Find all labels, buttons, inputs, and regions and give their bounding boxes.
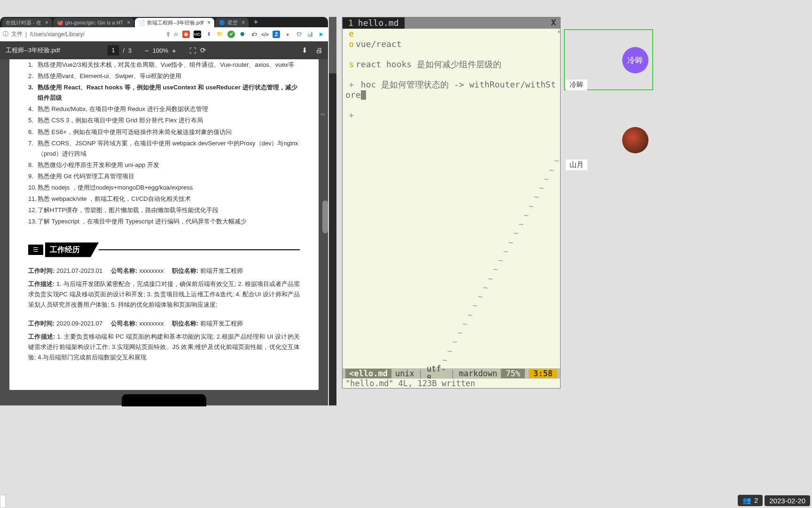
fit-page-icon[interactable]: ⛶ xyxy=(189,47,196,55)
pdf-icon: 📄 xyxy=(139,20,145,26)
work-period: 2020.09-2021.07 xyxy=(56,320,102,327)
resize-handle-icon[interactable]: ⇔ xyxy=(320,111,325,118)
tab-bar: 在线计时器 - 在× 🐙gin-gonic/gin: Gin is a HT× … xyxy=(0,17,328,27)
close-icon[interactable]: × xyxy=(242,19,245,26)
zoom-in-button[interactable]: + xyxy=(172,47,176,55)
print-icon[interactable]: 🖨 xyxy=(315,46,322,55)
code-line: vue/react xyxy=(356,39,402,49)
participant-name: 山月 xyxy=(566,159,587,170)
label-position: 职位名称: xyxy=(172,320,198,327)
status-filetype: markdown xyxy=(459,369,497,378)
work-desc-text: 1. 与后端开发团队紧密配合，完成接口对接，确保前后端有效交互; 2. 根据项目… xyxy=(28,280,300,308)
page-indicator xyxy=(122,394,206,405)
label-desc: 工作描述: xyxy=(28,333,55,340)
scrollbar-thumb[interactable] xyxy=(329,17,336,73)
work-experience-2: 工作时间: 2020.09-2021.07 公司名称: xxxxxxxx 职位名… xyxy=(28,318,300,363)
gutter: s xyxy=(345,49,354,69)
status-filename: <ello.md xyxy=(345,369,391,378)
ext-icon-g[interactable]: ✔ xyxy=(227,31,235,38)
participant-card[interactable]: 山月 xyxy=(564,109,653,170)
people-count-badge[interactable]: 👥 2 xyxy=(738,495,763,506)
ext-icon-tag[interactable]: 🏷 xyxy=(250,31,258,38)
editor-tab[interactable]: 1 hello.md xyxy=(343,17,405,29)
ext-icon-more[interactable]: ▶ xyxy=(318,31,325,38)
url-bar: ⓘ 文件 | /Users/xiange/Library/ ⇪ ☆ ◉ MD ⬇… xyxy=(0,27,328,41)
label-desc: 工作描述: xyxy=(28,280,55,287)
ext-icon-z[interactable]: Z xyxy=(273,31,280,38)
share-icon[interactable]: ⇪ xyxy=(166,31,171,38)
page-input[interactable] xyxy=(108,45,119,56)
ext-icon-folder[interactable]: 📁 xyxy=(216,31,224,38)
editor-tabbar: 1 hello.md X xyxy=(343,17,560,29)
ext-icon-dev[interactable]: MD xyxy=(194,31,201,38)
new-tab-button[interactable]: + xyxy=(250,17,262,27)
status-clock: 3:58 xyxy=(529,369,557,378)
skill-item-highlighted: 熟练使用 React、React hooks 等，例如使用 useContext… xyxy=(38,82,300,103)
tab-title: 前端工程师--3年经验.pdf xyxy=(147,19,203,26)
editor-body[interactable]: eovue/react sreact hooks 是如何减少组件层级的 + ho… xyxy=(343,29,560,366)
work-experience-1: 工作时间: 2021.07-2023.01 公司名称: xxxxxxxx 职位名… xyxy=(28,266,300,310)
avatar xyxy=(622,127,648,153)
tab-3-active[interactable]: 📄前端工程师--3年经验.pdf× xyxy=(135,18,214,27)
ext-icon-o[interactable]: ● xyxy=(284,31,291,38)
work-company: xxxxxxxx xyxy=(139,320,164,327)
tab-4[interactable]: 🔵星空× xyxy=(215,18,249,27)
rotate-icon[interactable]: ⟳ xyxy=(200,46,206,55)
close-tab-button[interactable]: X xyxy=(547,17,560,29)
ext-icon-t[interactable]: ⬢ xyxy=(239,31,246,38)
participant-card[interactable]: 冷眸 冷眸 xyxy=(564,29,653,90)
pdf-toolbar: 工程师--3年经验.pdf / 3 − 100% + ⛶ ⟳ ⬇ 🖨 xyxy=(0,41,328,59)
ext-icon-v[interactable]: ⬇ xyxy=(205,31,212,38)
tab-2[interactable]: 🐙gin-gonic/gin: Gin is a HT× xyxy=(53,18,134,27)
editor-cmdline: "hello.md" 4L, 123B written xyxy=(343,379,560,388)
skill-item: 熟练使用Vue2/3相关技术栈，对其生命周期、Vue指令、组件通信、Vue-ro… xyxy=(38,60,294,70)
skill-item: 熟悉 CORS、JSONP 等跨域方案，在项目中使用 webpack devSe… xyxy=(38,138,300,159)
label-position: 职位名称: xyxy=(172,267,198,274)
close-icon[interactable]: × xyxy=(127,19,130,26)
ext-icon-code[interactable]: </> xyxy=(261,31,269,38)
editor-statusline: <ello.md unix | utf-8 | markdown 75% 3:5… xyxy=(343,368,560,379)
download-icon[interactable]: ⬇ xyxy=(302,46,308,55)
tab-1[interactable]: 在线计时器 - 在× xyxy=(2,18,52,27)
close-icon[interactable]: × xyxy=(45,19,48,26)
tab-filename: hello.md xyxy=(358,18,399,28)
tilde-filler: ~ ~ ~ ~ xyxy=(345,120,557,366)
skill-item: 熟悉微信小程序原生开发和使用 uni-app 开发 xyxy=(38,160,159,170)
site-icon: 🔵 xyxy=(219,20,226,26)
divider-line xyxy=(99,249,300,250)
list-icon: ☰ xyxy=(28,245,43,255)
vim-editor: 1 hello.md X + eovue/react sreact hooks … xyxy=(342,17,561,389)
skill-list: 1.熟练使用Vue2/3相关技术栈，对其生命周期、Vue指令、组件通信、Vue-… xyxy=(28,59,300,227)
close-icon[interactable]: × xyxy=(207,19,211,26)
tab-title: gin-gonic/gin: Gin is a HT xyxy=(65,20,124,25)
status-encoding: unix xyxy=(395,369,414,378)
star-icon[interactable]: ☆ xyxy=(173,31,179,38)
code-line: react hooks 是如何减少组件层级的 xyxy=(356,59,501,69)
url-path[interactable]: /Users/xiange/Library/ xyxy=(30,31,85,38)
skill-item: 了解 Typescript ，在项目中使用 Typescript 进行编码，代码… xyxy=(38,216,247,227)
ext-icon-graph[interactable]: 📊 xyxy=(306,31,314,38)
code-line: hoc 是如何管理状态的 -> withRouter/withStore xyxy=(345,79,556,100)
vertical-scrollbar[interactable] xyxy=(329,17,336,405)
skill-item: 熟悉 CSS 3，例如在项目中使用 Grid 部分替代 Flex 进行布局 xyxy=(38,115,203,126)
info-icon[interactable]: ⓘ xyxy=(3,30,8,38)
section-header: ☰ 工作经历 xyxy=(28,242,300,257)
avatar-text: 冷眸 xyxy=(627,55,643,66)
github-icon: 🐙 xyxy=(57,20,63,26)
work-period: 2021.07-2023.01 xyxy=(56,267,102,274)
label-worktime: 工作时间: xyxy=(28,320,55,327)
skill-item: 熟悉 ES6+，例如在项目中使用可选链操作符来简化被连接对象的值访问 xyxy=(38,127,232,137)
people-icon: 👥 xyxy=(742,496,751,505)
scrollbar-thumb[interactable] xyxy=(322,200,328,233)
partial-element xyxy=(0,495,6,508)
cursor xyxy=(361,90,366,100)
pdf-content[interactable]: 1.熟练使用Vue2/3相关技术栈，对其生命周期、Vue指令、组件通信、Vue-… xyxy=(0,59,328,405)
tab-index: 1 xyxy=(348,18,353,28)
ext-icon-adblock[interactable]: ◉ xyxy=(182,31,190,38)
participants-panel: 冷眸 冷眸 山月 xyxy=(564,29,653,189)
zoom-out-button[interactable]: − xyxy=(145,47,149,55)
skill-item: 熟练使用vant、Element-ui、Swiper、等ui框架的使用 xyxy=(38,71,181,81)
ext-icon-shield[interactable]: 🛡 xyxy=(295,31,303,38)
skill-item: 了解HTTP缓存，雪碧图，图片懒加载，路由懒加载等性能优化手段 xyxy=(38,205,219,215)
page-total: 3 xyxy=(128,47,132,54)
